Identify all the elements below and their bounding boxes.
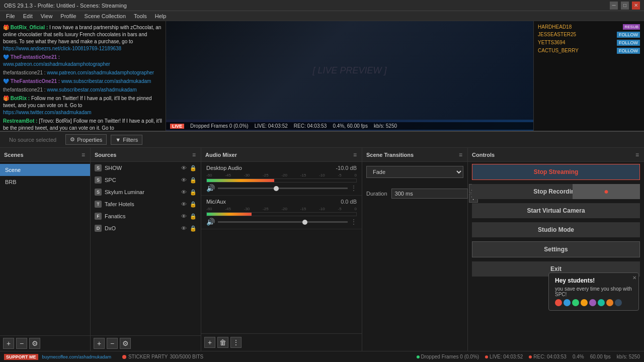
desktop-audio-settings-button[interactable]: ⋮ xyxy=(351,185,357,192)
chat-message: RestreamBot : [Trovo: BotRix] Follow me … xyxy=(3,118,163,131)
transition-type-select[interactable]: Fade Cut Slide Swipe xyxy=(366,166,463,178)
minimize-button[interactable]: ─ xyxy=(610,2,618,10)
transitions-menu-button[interactable]: ≡ xyxy=(458,151,463,158)
sources-menu-button[interactable]: ≡ xyxy=(191,151,197,158)
scene-item-brb[interactable]: BRB xyxy=(0,176,90,188)
filters-button[interactable]: ▼ Filters xyxy=(111,135,142,145)
duration-row: Duration ▲ ▼ xyxy=(362,182,467,205)
preview-canvas: [ LIVE PREVIEW ] LIVE Dropped Frames 0 (… xyxy=(166,21,533,131)
notification-close-button[interactable]: ✕ xyxy=(632,275,636,281)
chat-message: 🎁 BotRix_Oficial : I now have a brand pa… xyxy=(3,24,163,52)
source-visibility-button[interactable]: 👁 xyxy=(181,213,187,219)
source-lock-button[interactable]: 🔒 xyxy=(190,201,197,208)
menu-scene-collection[interactable]: Scene Collection xyxy=(80,11,130,21)
menu-view[interactable]: View xyxy=(37,11,57,21)
follow-button[interactable]: FOLLOW xyxy=(617,48,640,54)
source-visibility-button[interactable]: 👁 xyxy=(181,165,187,171)
controls-menu-button[interactable]: ≡ xyxy=(634,151,640,158)
menu-edit[interactable]: Edit xyxy=(19,11,37,21)
sources-add-bar: + − ⚙ xyxy=(91,335,201,351)
sticker-bits: 300/5000 BITS xyxy=(170,354,203,359)
scenes-menu-button[interactable]: ≡ xyxy=(80,151,86,158)
audio-mixer-panel: Audio Mixer ≡ Desktop Audio -10.0 dB -60… xyxy=(201,148,362,351)
transitions-panel-header: Scene Transitions ≡ xyxy=(362,148,467,162)
source-lock-button[interactable]: 🔒 xyxy=(190,165,197,171)
desktop-audio-slider[interactable] xyxy=(218,188,348,189)
source-lock-button[interactable]: 🔒 xyxy=(190,213,197,220)
source-visibility-button[interactable]: 👁 xyxy=(181,225,187,231)
menu-profile[interactable]: Profile xyxy=(56,11,80,21)
source-lock-button[interactable]: 🔒 xyxy=(190,189,197,196)
source-visibility-button[interactable]: 👁 xyxy=(181,177,187,183)
source-lock-button[interactable]: 🔒 xyxy=(190,177,197,184)
properties-bar: No source selected ⚙ Properties ▼ Filter… xyxy=(0,132,644,148)
source-type-icon: T xyxy=(95,201,102,208)
settings-button[interactable]: Settings xyxy=(472,241,640,257)
remove-scene-button[interactable]: − xyxy=(16,338,27,349)
source-item-spc[interactable]: S SPC 👁 🔒 xyxy=(91,174,201,186)
audio-mixer-menu-button[interactable]: ≡ xyxy=(352,151,358,158)
cpu-status: 0.4% xyxy=(573,354,584,359)
source-item-dxo[interactable]: D DxO 👁 🔒 xyxy=(91,222,201,234)
follow-button[interactable]: FOLLOW xyxy=(617,40,640,46)
menu-file[interactable]: File xyxy=(2,11,19,21)
scene-item-scene[interactable]: Scene xyxy=(0,164,90,176)
scene-transitions-panel: Scene Transitions ≡ Fade Cut Slide Swipe… xyxy=(362,148,468,351)
notification-icons xyxy=(555,299,632,306)
viewer-row: YETTS3694 FOLLOW xyxy=(536,39,642,47)
add-audio-button[interactable]: + xyxy=(204,337,215,348)
gear-icon: ⚙ xyxy=(70,136,75,143)
menu-tools[interactable]: Tools xyxy=(130,11,151,21)
source-list: S SHOW 👁 🔒 S SPC 👁 🔒 S Skylum Luminar 👁 … xyxy=(91,162,201,335)
stop-streaming-button[interactable]: Stop Streaming xyxy=(472,164,640,180)
statusbar: SUPPORT ME buymecoffee.com/ashadmukadam … xyxy=(0,351,644,362)
close-button[interactable]: ✕ xyxy=(632,2,640,10)
mic-volume-slider[interactable] xyxy=(218,221,348,223)
sources-panel: Sources ≡ S SHOW 👁 🔒 S SPC 👁 🔒 xyxy=(91,148,201,351)
chat-message: 💙 TheFantasticOne21 : www.subscribestar.… xyxy=(3,78,163,85)
stop-recording-button[interactable]: Stop Recording ● xyxy=(472,184,640,199)
main-content: 🎁 BotRix_Oficial : I now have a brand pa… xyxy=(0,21,644,362)
rec-indicator xyxy=(529,355,532,358)
scenes-add-bar: + − ⚙ xyxy=(0,335,90,351)
menu-help[interactable]: Help xyxy=(151,11,171,21)
dropped-frames-indicator xyxy=(417,355,420,358)
source-type-icon: D xyxy=(95,225,102,232)
desktop-audio-mute-button[interactable]: 🔊 xyxy=(206,184,215,192)
fanatics-label: Fanatics xyxy=(105,213,126,219)
mic-meter-labels: -60 -45 -30 -25 -20 -15 -10 -5 0 xyxy=(206,207,357,211)
source-type-icon: S xyxy=(95,189,102,196)
notification-popup: Hey students! you save every time you sh… xyxy=(548,273,639,311)
mic-settings-button[interactable]: ⋮ xyxy=(351,218,357,225)
source-item-skylum[interactable]: S Skylum Luminar 👁 🔒 xyxy=(91,186,201,198)
audio-settings-button[interactable]: ⋮ xyxy=(230,337,242,348)
add-scene-button[interactable]: + xyxy=(3,338,14,349)
source-settings-button[interactable]: ⚙ xyxy=(120,338,131,349)
mic-mute-button[interactable]: 🔊 xyxy=(206,218,215,226)
source-visibility-button[interactable]: 👁 xyxy=(181,201,187,207)
source-lock-button[interactable]: 🔒 xyxy=(190,225,197,232)
window-controls: ─ □ ✕ xyxy=(610,2,640,10)
source-item-tafer[interactable]: T Tafer Hotels 👁 🔒 xyxy=(91,198,201,210)
properties-button[interactable]: ⚙ Properties xyxy=(65,134,107,145)
maximize-button[interactable]: □ xyxy=(621,2,629,10)
source-item-show[interactable]: S SHOW 👁 🔒 xyxy=(91,162,201,174)
follow-button[interactable]: FOLLOW xyxy=(617,32,640,38)
add-source-button[interactable]: + xyxy=(94,338,105,349)
viewer-row: JESSEASTER25 FOLLOW xyxy=(536,31,642,39)
controls-panel: Controls ≡ Stop Streaming Stop Recording… xyxy=(468,148,644,351)
studio-mode-button[interactable]: Studio Mode xyxy=(472,222,640,237)
remove-source-button[interactable]: − xyxy=(107,338,118,349)
source-item-fanatics[interactable]: F Fanatics 👁 🔒 xyxy=(91,210,201,222)
desktop-audio-meter xyxy=(206,178,357,183)
duration-input[interactable] xyxy=(391,189,468,199)
source-visibility-button[interactable]: 👁 xyxy=(181,189,187,195)
viewers-panel: HARDHEAD18 RESUB JESSEASTER25 FOLLOW YET… xyxy=(533,21,644,131)
source-type-icon: S xyxy=(95,176,102,184)
remove-audio-button[interactable]: 🗑 xyxy=(217,337,228,348)
scene-settings-button[interactable]: ⚙ xyxy=(29,338,40,349)
chat-message: 💙 TheFantasticOne21 : www.patreon.com/as… xyxy=(3,54,163,68)
start-virtual-camera-button[interactable]: Start Virtual Camera xyxy=(472,203,640,218)
rec-time-status: REC: 04:03:53 xyxy=(529,354,567,359)
chat-message: thefantasticone21 : www.subscribestar.co… xyxy=(3,86,163,94)
